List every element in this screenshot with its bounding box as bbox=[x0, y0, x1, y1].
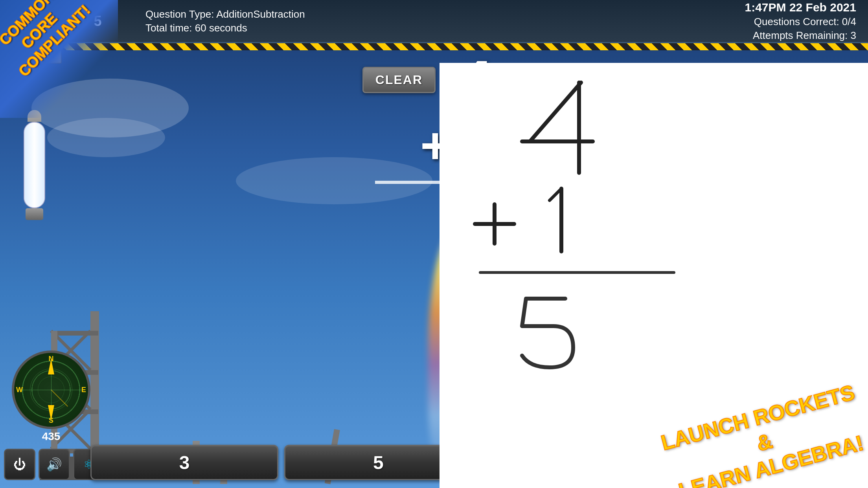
total-time-value: 60 seconds bbox=[195, 22, 247, 34]
fuel-tank bbox=[24, 110, 45, 220]
questions-correct-value: 0/4 bbox=[842, 16, 856, 28]
attempts-text: Attempts Remaining: 3 bbox=[745, 29, 857, 42]
launch-line2: & bbox=[754, 428, 775, 455]
compass-outer: N S W E bbox=[12, 350, 90, 429]
compass-east-label: E bbox=[81, 386, 86, 394]
questions-correct-label: Questions Correct: bbox=[754, 16, 839, 28]
questions-correct-text: Questions Correct: 0/4 bbox=[745, 16, 857, 28]
control-bar: ⏻ 🔊 ⚛ bbox=[4, 449, 105, 480]
question-type-text: Question Type: AdditionSubtraction bbox=[145, 8, 725, 20]
drawn-answer bbox=[510, 291, 581, 369]
attempts-label: Attempts Remaining: bbox=[753, 29, 848, 41]
drawing-canvas[interactable]: LAUNCH ROCKETS & LEARN ALGEBRA! bbox=[440, 63, 868, 488]
answer-label-1: 5 bbox=[373, 452, 384, 473]
drawn-underline bbox=[479, 271, 675, 274]
compass-value: 435 bbox=[42, 430, 61, 443]
warning-stripe bbox=[0, 43, 868, 50]
cloud bbox=[47, 118, 165, 157]
common-core-badge: COMMON CORE COMPLIANT! bbox=[0, 0, 118, 118]
compass-south-label: S bbox=[49, 416, 53, 425]
launch-badge-text: LAUNCH ROCKETS & LEARN ALGEBRA! bbox=[658, 379, 868, 488]
launch-badge: LAUNCH ROCKETS & LEARN ALGEBRA! bbox=[658, 379, 868, 488]
datetime-display: 1:47PM 22 Feb 2021 bbox=[745, 1, 857, 14]
drawn-plus-one bbox=[471, 181, 620, 259]
drawn-four bbox=[518, 79, 597, 177]
svg-rect-1 bbox=[51, 331, 98, 336]
clear-button[interactable]: CLEAR bbox=[362, 67, 436, 93]
hud-right-section: 1:47PM 22 Feb 2021 Questions Correct: 0/… bbox=[733, 0, 868, 42]
answer-label-0: 3 bbox=[179, 452, 190, 473]
sound-icon: 🔊 bbox=[46, 457, 62, 472]
total-time-label: Total time: bbox=[145, 22, 192, 34]
compass-west-label: W bbox=[16, 386, 23, 394]
fuel-fill bbox=[24, 123, 44, 207]
question-type-label: Question Type: bbox=[145, 8, 214, 20]
sound-button[interactable]: 🔊 bbox=[39, 449, 70, 480]
compass: N S W E 435 bbox=[12, 350, 90, 429]
attempts-value: 3 bbox=[851, 29, 856, 41]
hud-bar: guest ⚛ 4 ♥ 5 Question Type: AdditionSub… bbox=[0, 0, 868, 43]
question-type-value: AdditionSubtraction bbox=[216, 8, 305, 20]
ctrl-buttons-row: ⏻ 🔊 ⚛ bbox=[4, 449, 105, 480]
common-core-text: COMMON CORE COMPLIANT! bbox=[0, 0, 89, 81]
answer-button-0[interactable]: 3 bbox=[90, 445, 278, 480]
svg-line-28 bbox=[530, 83, 581, 141]
fuel-tank-base bbox=[26, 208, 43, 220]
total-time-text: Total time: 60 seconds bbox=[145, 22, 725, 34]
hud-center-section: Question Type: AdditionSubtraction Total… bbox=[138, 0, 733, 42]
fuel-tank-body bbox=[24, 122, 45, 208]
power-icon: ⏻ bbox=[13, 457, 26, 472]
drawing-panel[interactable]: LAUNCH ROCKETS & LEARN ALGEBRA! bbox=[440, 63, 868, 488]
compass-north-label: N bbox=[49, 355, 54, 363]
power-button[interactable]: ⏻ bbox=[4, 449, 35, 480]
